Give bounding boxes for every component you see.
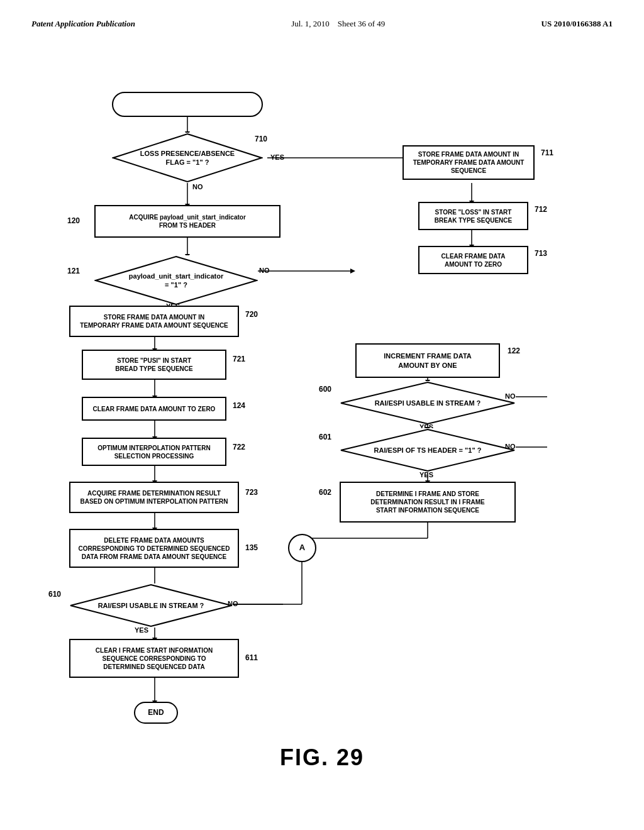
connector-a: A: [288, 534, 316, 562]
header-date: Jul. 1, 2010: [291, 19, 330, 28]
diamond-710-text: LOSS PRESENCE/ABSENCE FLAG = "1" ?: [140, 149, 235, 167]
box-120: ACQUIRE payload_unit_start_indicator FRO…: [94, 205, 280, 238]
header-center: Jul. 1, 2010 Sheet 36 of 49: [291, 19, 385, 29]
label-601: 601: [319, 433, 331, 441]
no-600: NO: [505, 392, 516, 400]
label-121: 121: [67, 267, 80, 275]
diamond-601-text: RAI/ESPI OF TS HEADER = "1" ?: [374, 446, 482, 455]
svg-marker-15: [350, 268, 355, 274]
label-720: 720: [245, 310, 258, 319]
figure-label: FIG. 29: [280, 744, 364, 771]
label-722: 722: [233, 443, 245, 451]
header-publication: Patent Application Publication: [31, 19, 135, 29]
header-sheet: Sheet 36 of 49: [338, 19, 385, 28]
label-135: 135: [245, 543, 258, 552]
label-600: 600: [319, 385, 331, 394]
diamond-600: RAI/ESPI USABLE IN STREAM ?: [340, 381, 516, 425]
page: Patent Application Publication Jul. 1, 2…: [0, 0, 644, 830]
no-710: NO: [192, 183, 203, 191]
label-611: 611: [245, 653, 258, 662]
diamond-610: RAI/ESPI USABLE IN STREAM ?: [69, 584, 233, 628]
box-122: INCREMENT FRAME DATA AMOUNT BY ONE: [355, 343, 500, 378]
page-header: Patent Application Publication Jul. 1, 2…: [31, 19, 613, 29]
label-712: 712: [535, 205, 547, 214]
box-723: ACQUIRE FRAME DETERMINATION RESULT BASED…: [69, 482, 239, 513]
header-patent: US 2010/0166388 A1: [541, 19, 613, 29]
label-610: 610: [48, 590, 61, 599]
end-box: END: [134, 702, 178, 724]
label-723: 723: [245, 488, 258, 497]
box-712: STORE "LOSS" IN START BREAK TYPE SEQUENC…: [418, 202, 528, 230]
label-124: 124: [233, 401, 245, 410]
diamond-121: payload_unit_start_indicator = "1" ?: [94, 255, 258, 306]
diagram-area: LOSS PRESENCE/ABSENCE FLAG = "1" ? 710 Y…: [31, 42, 613, 783]
label-721: 721: [233, 355, 245, 363]
label-710: 710: [255, 135, 267, 143]
label-713: 713: [535, 249, 547, 258]
label-120: 120: [67, 216, 80, 225]
no-601: NO: [505, 443, 516, 450]
yes-710: YES: [270, 153, 284, 161]
diamond-610-text: RAI/ESPI USABLE IN STREAM ?: [98, 601, 204, 610]
box-711: STORE FRAME DATA AMOUNT IN TEMPORARY FRA…: [402, 145, 535, 180]
diamond-710: LOSS PRESENCE/ABSENCE FLAG = "1" ?: [112, 133, 263, 183]
label-602: 602: [319, 488, 331, 497]
box-721: STORE "PUSI" IN START BREAD TYPE SEQUENC…: [82, 350, 226, 380]
diamond-600-text: RAI/ESPI USABLE IN STREAM ?: [375, 399, 481, 407]
box-611: CLEAR I FRAME START INFORMATION SEQUENCE…: [69, 639, 239, 678]
box-722: OPTIMUM INTERPOLATION PATTERN SELECTION …: [82, 438, 226, 466]
no-121: NO: [259, 267, 270, 274]
label-122: 122: [508, 346, 520, 355]
box-135: DELETE FRAME DATA AMOUNTS CORRESPONDING …: [69, 529, 239, 568]
yes-601: YES: [419, 471, 433, 479]
diamond-121-text: payload_unit_start_indicator = "1" ?: [129, 272, 223, 290]
box-124: CLEAR FRAME DATA AMOUNT TO ZERO: [82, 397, 226, 421]
box-720: STORE FRAME DATA AMOUNT IN TEMPORARY FRA…: [69, 306, 239, 337]
box-602: DETERMINE I FRAME AND STORE DETERMINATIO…: [340, 482, 516, 523]
yes-610: YES: [135, 626, 148, 634]
start-box: [112, 92, 263, 117]
diamond-601: RAI/ESPI OF TS HEADER = "1" ?: [340, 428, 516, 472]
label-711: 711: [541, 148, 553, 157]
no-610: NO: [228, 600, 238, 607]
box-713: CLEAR FRAME DATA AMOUNT TO ZERO: [418, 246, 528, 274]
